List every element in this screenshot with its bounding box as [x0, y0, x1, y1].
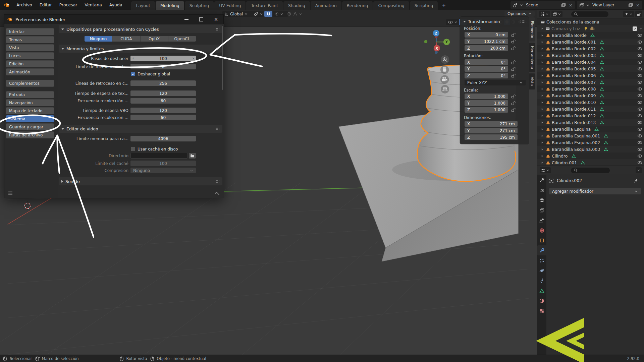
hide-eye-icon[interactable]	[637, 93, 642, 98]
minimize-button[interactable]	[179, 15, 194, 24]
lock-icon[interactable]	[511, 101, 516, 106]
outliner-item-label[interactable]: Barandilla Borde.010	[552, 100, 596, 105]
sidebar-item-rutas-de-archivo[interactable]: Rutas de archivo	[6, 131, 54, 138]
frecuencia-recoleccion-vbo-field[interactable]: 60	[130, 115, 196, 120]
collapse-triangle-icon[interactable]	[463, 21, 466, 22]
disclosure-icon[interactable]	[540, 114, 545, 118]
outliner-item-label[interactable]: Barandilla Esquina.002	[552, 140, 600, 145]
outliner-item-label[interactable]: Cilindro.001	[552, 160, 577, 165]
tab-world[interactable]	[537, 225, 546, 235]
tab-object[interactable]	[537, 235, 546, 245]
topbar-menu[interactable]: Editar	[36, 0, 56, 10]
npanel-tab-vista[interactable]: Vista	[529, 73, 535, 89]
tab-output[interactable]	[537, 195, 546, 205]
hide-eye-icon[interactable]	[637, 53, 642, 58]
workspace-tab[interactable]: UV Editing	[214, 1, 246, 10]
sidebar-item-edicion[interactable]: Edición	[6, 60, 54, 67]
npanel-tab-elemento[interactable]: Elemento	[529, 17, 535, 42]
workspace-tab[interactable]: Shading	[283, 1, 310, 10]
outliner-item-label[interactable]: Barandilla Borde	[552, 33, 587, 38]
tab-object-data[interactable]	[537, 286, 546, 296]
outliner-row[interactable]: Barandilla Borde.002	[537, 45, 644, 52]
workspace-tab[interactable]: Layout	[131, 1, 155, 10]
tab-constraints[interactable]	[537, 276, 546, 286]
outliner-row[interactable]: Barandilla Borde.013	[537, 119, 644, 126]
lock-icon[interactable]	[511, 73, 516, 78]
workspace-tab[interactable]: Sculpting	[185, 1, 214, 10]
new-scene-button[interactable]	[560, 2, 567, 8]
blender-logo-icon[interactable]	[3, 2, 10, 8]
maximize-button[interactable]	[194, 15, 209, 24]
outliner-item-label[interactable]: Cilindro	[552, 154, 568, 159]
workspace-tab[interactable]: Modeling	[156, 1, 184, 10]
outliner-row[interactable]: Barandilla Borde.001	[537, 39, 644, 45]
lock-icon[interactable]	[511, 46, 516, 51]
pin-icon[interactable]	[634, 178, 638, 183]
disclosure-icon[interactable]	[540, 94, 545, 98]
disclosure-icon[interactable]	[540, 134, 545, 138]
outliner-row[interactable]: Barandilla Esquina	[537, 126, 644, 132]
posicion-field[interactable]: Y1022.1 cm	[465, 39, 508, 44]
device-optix-button[interactable]: OptiX	[141, 36, 168, 42]
hide-eye-icon[interactable]	[637, 154, 642, 159]
hide-eye-icon[interactable]	[637, 80, 642, 85]
panel-grip-icon[interactable]	[520, 20, 526, 23]
disclosure-icon[interactable]	[540, 54, 545, 57]
scene-name[interactable]: Scene	[526, 3, 538, 7]
disclosure-icon[interactable]	[540, 107, 545, 111]
lock-icon[interactable]	[511, 33, 516, 37]
deshacer-global-checkbox[interactable]	[131, 72, 135, 76]
prefs-menu-burger-icon[interactable]	[8, 190, 13, 196]
tiempo-espera-texturas-field[interactable]: 120	[130, 90, 196, 96]
ortho-grid-button[interactable]	[441, 85, 449, 93]
hide-eye-icon[interactable]	[637, 60, 642, 65]
sidebar-item-interfaz[interactable]: Interfaz	[6, 28, 54, 35]
disclosure-icon[interactable]	[540, 161, 545, 165]
sidebar-item-mapa-de-teclado[interactable]: Mapa de teclado	[6, 107, 54, 114]
hide-eye-icon[interactable]	[637, 33, 642, 38]
tab-material[interactable]	[537, 296, 546, 306]
frecuencia-recoleccion-field[interactable]: 60	[130, 98, 196, 104]
lineas-retroceso-field[interactable]: 256	[130, 80, 196, 86]
outliner-item-label[interactable]: Barandilla Esquina.001	[552, 133, 600, 138]
disclosure-icon[interactable]	[540, 60, 545, 64]
limite-memoria-cache-field[interactable]: 4096	[130, 136, 196, 141]
outliner-item-label[interactable]: Barandilla Borde.011	[552, 107, 596, 112]
outliner-item-label[interactable]: Colecciones de la escena	[546, 19, 599, 24]
hide-eye-icon[interactable]	[637, 107, 642, 112]
workspace-tab[interactable]: Animation	[311, 1, 342, 10]
rotacion-field[interactable]: Z0°	[465, 73, 508, 78]
outliner-row[interactable]: Cilindro.001	[537, 159, 644, 166]
close-button[interactable]: ×	[209, 15, 223, 24]
hide-eye-icon[interactable]	[637, 100, 642, 105]
lock-icon[interactable]	[511, 67, 516, 71]
display-mode-dropdown[interactable]	[551, 11, 562, 17]
view-layer-name[interactable]: View Layer	[592, 3, 614, 7]
disclosure-icon[interactable]	[540, 40, 545, 44]
outliner-row[interactable]: Cilindro	[537, 153, 644, 159]
outliner-row[interactable]: Barandilla Borde.010	[537, 99, 644, 106]
tab-modifiers[interactable]	[537, 245, 546, 255]
topbar-menu[interactable]: Archivo	[13, 0, 36, 10]
tiempo-espera-vbo-field[interactable]: 120	[130, 108, 196, 113]
dimensiones-field[interactable]: X271 cm	[465, 121, 518, 127]
tab-tool[interactable]	[537, 175, 546, 185]
disclosure-icon[interactable]	[540, 67, 545, 71]
outliner-item-label[interactable]: Barandilla Borde.006	[552, 73, 596, 78]
dimensiones-field[interactable]: Z195 cm	[465, 134, 518, 140]
sidebar-item-vista[interactable]: Vista	[6, 44, 54, 51]
tab-texture[interactable]	[537, 306, 546, 316]
remove-view-layer-button[interactable]: ×	[634, 3, 642, 8]
rotacion-field[interactable]: Y0°	[465, 66, 508, 72]
filter-dropdown[interactable]	[623, 11, 634, 17]
hide-eye-icon[interactable]	[637, 160, 642, 165]
section-cycles-devices[interactable]: Dispositivos para procesamiento con Cycl…	[59, 25, 222, 33]
disclosure-icon[interactable]	[540, 147, 545, 151]
hide-eye-icon[interactable]	[637, 147, 642, 152]
outliner-item-label[interactable]: Barandilla Borde.013	[552, 120, 596, 125]
section-editor-de-video[interactable]: Editor de video	[59, 125, 222, 133]
sidebar-item-animacion[interactable]: Animación	[6, 68, 54, 75]
section-sonido[interactable]: Sonido	[59, 177, 222, 185]
tab-scene[interactable]	[537, 215, 546, 225]
hide-eye-icon[interactable]	[637, 73, 642, 78]
